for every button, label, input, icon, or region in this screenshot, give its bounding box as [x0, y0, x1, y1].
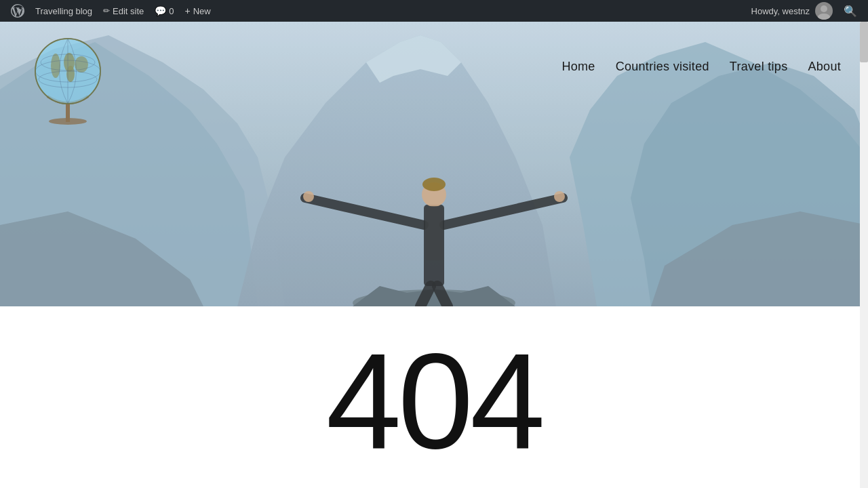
- edit-site-label: Edit site: [113, 6, 144, 16]
- admin-bar-left: Travelling blog ✏ Edit site 💬 0 + New: [5, 0, 751, 22]
- site-name-link[interactable]: Travelling blog: [30, 0, 98, 22]
- admin-bar-right: Howdy, westnz 🔍: [751, 2, 863, 20]
- globe-logo: [27, 35, 108, 123]
- wordpress-icon: [11, 4, 24, 18]
- edit-icon: ✏: [103, 6, 110, 16]
- svg-rect-25: [66, 103, 70, 122]
- search-icon[interactable]: 🔍: [838, 5, 863, 18]
- main-nav: Home Countries visited Travel tips About: [534, 22, 868, 306]
- svg-point-1: [818, 14, 830, 20]
- nav-home-link[interactable]: Home: [561, 60, 595, 73]
- avatar[interactable]: [815, 2, 833, 20]
- nav-item-countries[interactable]: Countries visited: [616, 60, 709, 74]
- scrollbar-thumb[interactable]: [860, 22, 868, 62]
- nav-list: Home Countries visited Travel tips About: [561, 60, 841, 74]
- comments-count: 0: [169, 6, 174, 16]
- nav-item-home[interactable]: Home: [561, 60, 595, 74]
- comments-icon: 💬: [155, 5, 166, 16]
- admin-bar: Travelling blog ✏ Edit site 💬 0 + New Ho…: [0, 0, 868, 22]
- nav-countries-link[interactable]: Countries visited: [616, 60, 709, 73]
- plus-icon: +: [185, 5, 191, 16]
- nav-about-link[interactable]: About: [808, 60, 841, 73]
- site-name-label: Travelling blog: [35, 6, 92, 16]
- edit-site-link[interactable]: ✏ Edit site: [98, 0, 149, 22]
- hero-section: Home Countries visited Travel tips About: [0, 22, 868, 306]
- new-label: New: [193, 6, 211, 16]
- error-section: 404: [0, 306, 868, 488]
- logo-area[interactable]: [27, 35, 108, 123]
- svg-point-0: [821, 5, 827, 12]
- comments-link[interactable]: 💬 0: [149, 0, 179, 22]
- error-code: 404: [326, 333, 542, 469]
- scrollbar-track[interactable]: [860, 22, 868, 488]
- nav-item-travel[interactable]: Travel tips: [730, 60, 788, 74]
- nav-item-about[interactable]: About: [808, 60, 841, 74]
- new-content-link[interactable]: + New: [180, 0, 216, 22]
- wp-logo-button[interactable]: [5, 0, 30, 22]
- nav-travel-link[interactable]: Travel tips: [730, 60, 788, 73]
- howdy-text: Howdy, westnz: [751, 6, 810, 16]
- svg-point-29: [51, 54, 60, 78]
